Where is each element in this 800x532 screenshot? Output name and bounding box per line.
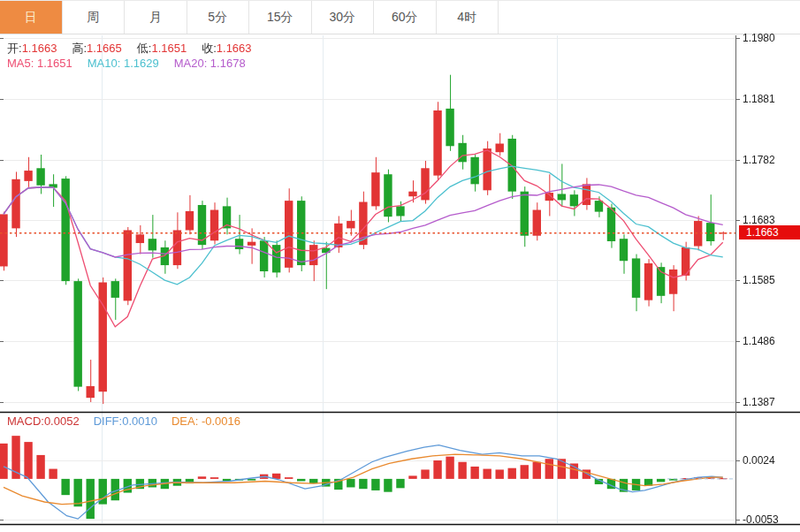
tabbar-filler xyxy=(499,1,800,34)
tab-30min[interactable]: 30分 xyxy=(312,1,375,34)
open-label: 开: xyxy=(7,42,22,55)
dea-value: DEA: -0.0016 xyxy=(171,414,240,428)
ohlc-legend: 开:1.1663高:1.1665低:1.1651收:1.1663 xyxy=(7,41,267,57)
ma20-legend: MA20: 1.1678 xyxy=(174,57,246,70)
ma-legend: MA5: 1.1651MA10: 1.1629MA20: 1.1678 xyxy=(7,57,261,70)
axis-tick-label: 1.1387 xyxy=(743,396,775,408)
tab-60min[interactable]: 60分 xyxy=(374,1,437,34)
open-value: 1.1663 xyxy=(22,42,57,55)
axis-tick-label: 1.1782 xyxy=(743,154,775,166)
diff-value: DIFF:0.0010 xyxy=(94,414,157,428)
low-value: 1.1651 xyxy=(151,42,187,55)
axis-tick-label: 1.1683 xyxy=(743,214,775,226)
candlestick-macd-canvas[interactable] xyxy=(0,0,800,532)
macd-value: MACD:0.0052 xyxy=(7,414,80,428)
high-label: 高: xyxy=(72,42,87,55)
tab-week[interactable]: 周 xyxy=(63,1,126,34)
low-label: 低: xyxy=(137,42,152,55)
macd-legend: MACD:0.0052DIFF:0.0010DEA: -0.0016 xyxy=(7,414,255,428)
axis-tick-label: -0.0053 xyxy=(743,513,779,526)
ma5-legend: MA5: 1.1651 xyxy=(7,57,72,70)
timeframe-tabbar: 日周月5分15分30分60分4时 xyxy=(0,0,800,34)
tab-15min[interactable]: 15分 xyxy=(249,1,312,34)
ma10-legend: MA10: 1.1629 xyxy=(88,57,159,70)
axis-tick-label: 1.1980 xyxy=(743,32,775,44)
chart-app: 日周月5分15分30分60分4时 开:1.1663高:1.1665低:1.165… xyxy=(0,0,800,532)
tab-day[interactable]: 日 xyxy=(0,1,63,34)
tab-month[interactable]: 月 xyxy=(125,1,187,34)
axis-tick-label: 1.1486 xyxy=(743,335,775,347)
axis-tick-label: 1.1585 xyxy=(743,274,775,286)
tab-5min[interactable]: 5分 xyxy=(187,1,250,34)
last-price-badge: 1.1663 xyxy=(739,225,800,239)
axis-tick-label: 0.0024 xyxy=(743,454,775,467)
close-value: 1.1663 xyxy=(217,42,252,55)
axis-tick-label: 1.1881 xyxy=(743,93,775,105)
high-value: 1.1665 xyxy=(87,42,122,55)
close-label: 收: xyxy=(202,42,217,55)
tab-4hour[interactable]: 4时 xyxy=(437,1,499,34)
